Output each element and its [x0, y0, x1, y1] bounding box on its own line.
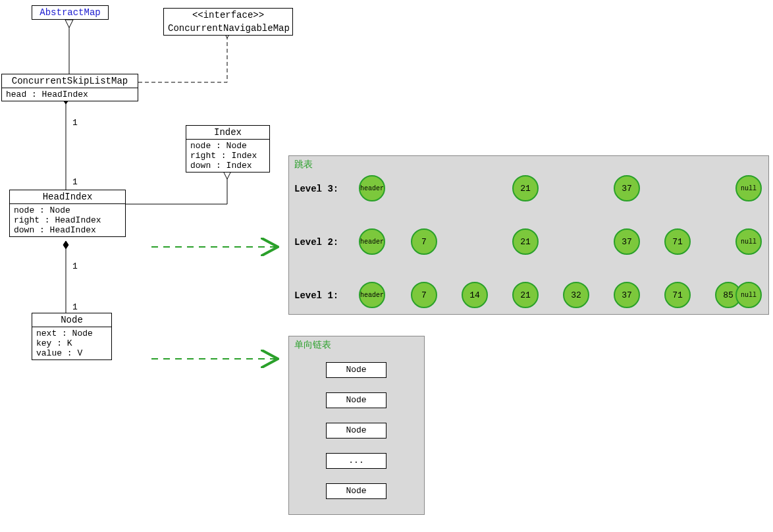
stereotype: <<interface>>	[164, 9, 292, 22]
label-level3: Level 3:	[294, 184, 338, 194]
skip-node-null: null	[735, 282, 762, 308]
class-title: Index	[186, 126, 269, 140]
skip-node: 7	[411, 228, 437, 255]
skip-node: 7	[411, 282, 437, 308]
list-node: Node	[326, 423, 386, 439]
field: node : Node	[14, 205, 121, 215]
skip-node: 21	[512, 228, 539, 255]
skip-node-null: null	[735, 228, 762, 255]
skip-node: 32	[563, 282, 589, 308]
skip-node: 37	[614, 282, 640, 308]
field: key : K	[36, 338, 107, 348]
skip-node-null: null	[735, 175, 762, 201]
field: head : HeadIndex	[2, 88, 138, 101]
list-node: Node	[326, 392, 386, 408]
field: value : V	[36, 348, 107, 358]
field: down : HeadIndex	[14, 225, 121, 235]
skip-node-header: header	[359, 282, 385, 308]
list-node-dots: ...	[326, 453, 386, 469]
skip-node: 21	[512, 282, 539, 308]
linkedlist-title: 单向链表	[294, 339, 331, 351]
interface-cnm: <<interface>> ConcurrentNavigableMap	[163, 8, 293, 36]
skip-node: 14	[462, 282, 488, 308]
field: right : HeadIndex	[14, 215, 121, 225]
field: node : Node	[190, 141, 265, 151]
class-title: ConcurrentSkipListMap	[2, 74, 138, 88]
label-level1: Level 1:	[294, 290, 338, 301]
class-headindex: HeadIndex node : Node right : HeadIndex …	[9, 190, 126, 237]
class-cslm: ConcurrentSkipListMap head : HeadIndex	[1, 74, 138, 101]
interface-name: ConcurrentNavigableMap	[164, 22, 292, 35]
skip-node: 37	[614, 175, 640, 201]
list-node: Node	[326, 362, 386, 378]
mult-1c: 1	[72, 261, 78, 271]
mult-1: 1	[72, 118, 78, 128]
skip-node: 37	[614, 228, 640, 255]
class-abstractmap: AbstractMap	[32, 5, 109, 20]
skip-node: 71	[664, 228, 691, 255]
field: next : Node	[36, 329, 107, 338]
class-title: Node	[32, 313, 111, 327]
class-title: HeadIndex	[10, 190, 125, 204]
skip-node: 71	[664, 282, 691, 308]
class-title: AbstractMap	[32, 6, 108, 19]
skiplist-title: 跳表	[294, 159, 313, 171]
mult-1b: 1	[72, 177, 78, 187]
field: right : Index	[190, 151, 265, 161]
skip-node: 21	[512, 175, 539, 201]
list-node: Node	[326, 483, 386, 499]
field: down : Index	[190, 161, 265, 171]
skip-node-header: header	[359, 175, 385, 201]
label-level2: Level 2:	[294, 237, 338, 248]
class-node: Node next : Node key : K value : V	[32, 313, 112, 360]
class-index: Index node : Node right : Index down : I…	[186, 125, 270, 173]
mult-1d: 1	[72, 302, 78, 312]
skip-node-header: header	[359, 228, 385, 255]
